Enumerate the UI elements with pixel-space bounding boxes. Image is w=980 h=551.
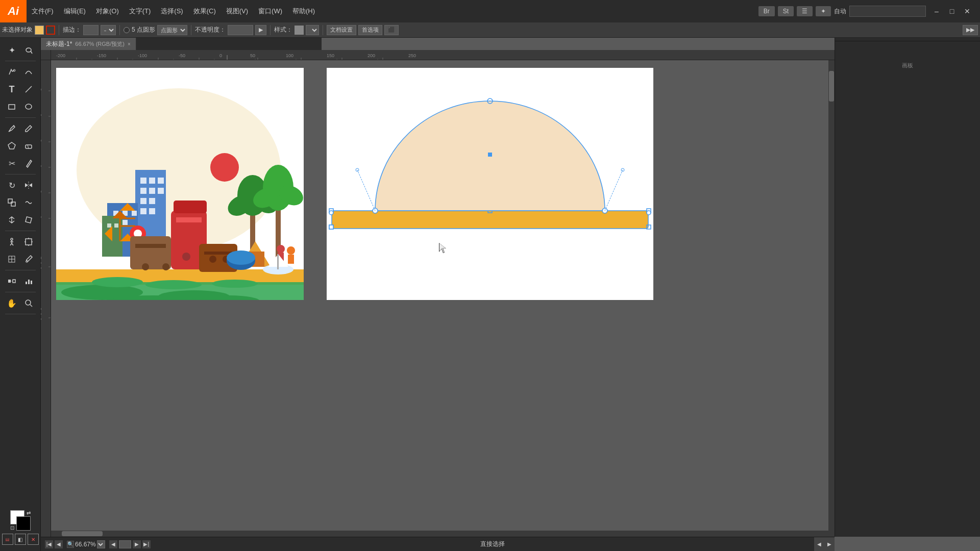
stroke-color-swatch[interactable] [46, 26, 55, 35]
style-select[interactable] [306, 25, 319, 35]
svg-text:0: 0 [41, 262, 42, 264]
menu-items: 文件(F) 编辑(E) 对象(O) 文字(T) 选择(S) 效果(C) 视图(V… [27, 0, 320, 22]
tool-row-scissors: ✂ [4, 155, 37, 171]
zoom-select[interactable]: ▾ [97, 540, 105, 548]
canvas-prev-button[interactable]: ◀ [814, 537, 824, 552]
menu-edit[interactable]: 编辑(E) [59, 0, 91, 22]
default-colors-icon[interactable]: ⊡ [10, 525, 14, 531]
rotate-tool[interactable]: ↻ [4, 177, 20, 193]
first-page-button[interactable]: |◀ [45, 540, 53, 548]
menu-select[interactable]: 选择(S) [156, 0, 188, 22]
shaper-tool[interactable] [4, 138, 20, 154]
gradient-fill-button[interactable]: ◧ [15, 534, 26, 545]
zoom-tool[interactable] [20, 295, 37, 311]
lasso-tool[interactable] [20, 42, 37, 58]
opacity-triangle-btn[interactable]: ▶ [255, 25, 266, 35]
close-button[interactable]: ✕ [960, 4, 975, 19]
point-select[interactable]: 点圆形 [157, 25, 187, 35]
stroke-width-input[interactable] [83, 25, 99, 35]
no-selection-label: 未选择对象 [2, 26, 33, 34]
swap-colors-icon[interactable]: ⇄ [27, 510, 31, 516]
point-color-swatch[interactable] [124, 27, 130, 33]
document-tab[interactable]: 未标题-1* 66.67% (RGB/预览) × [41, 38, 136, 50]
vertical-scroll-thumb[interactable] [829, 71, 834, 102]
pen-tool[interactable] [4, 64, 20, 80]
search-input[interactable] [849, 6, 926, 17]
maximize-button[interactable]: □ [944, 4, 960, 19]
magic-button[interactable]: ✦ [816, 6, 831, 16]
menu-view[interactable]: 视图(V) [221, 0, 253, 22]
zoom-icon: 🔍 [67, 541, 74, 548]
bg-color-swatch[interactable] [16, 516, 31, 531]
blend-tool[interactable] [4, 273, 20, 289]
menu-help[interactable]: 帮助(H) [287, 0, 320, 22]
menu-object[interactable]: 对象(O) [91, 0, 124, 22]
rect-tool[interactable] [4, 98, 20, 115]
eraser-tool[interactable] [20, 138, 37, 154]
menu-text[interactable]: 文字(T) [124, 0, 156, 22]
scissors-tool[interactable]: ✂ [4, 155, 20, 171]
knife-tool[interactable] [20, 155, 37, 171]
reflect-tool[interactable] [20, 177, 37, 193]
panel-toggle-btn[interactable]: ▶▶ [963, 25, 978, 35]
svg-text:-200: -200 [56, 53, 65, 58]
canvas-area[interactable]: -200 -150 -100 -50 0 50 100 150 200 250 [41, 50, 835, 537]
bridge-button[interactable]: Br [758, 6, 775, 16]
minimize-button[interactable]: – [929, 4, 944, 19]
stroke-style-select[interactable]: — [101, 25, 116, 35]
stock-button[interactable]: St [778, 6, 794, 16]
last-artboard-button[interactable]: ▶| [142, 540, 151, 548]
eyedropper-tool[interactable] [20, 251, 37, 267]
style-swatch[interactable] [295, 26, 304, 35]
svg-point-151 [287, 246, 295, 255]
svg-text:0: 0 [41, 216, 42, 218]
horizontal-scrollbar[interactable] [51, 531, 828, 537]
artboard-left [56, 68, 304, 300]
slice-tool[interactable] [4, 251, 20, 267]
curvature-tool[interactable] [20, 64, 37, 80]
menu-effect[interactable]: 效果(C) [188, 0, 221, 22]
svg-line-17 [12, 243, 13, 245]
horizontal-scroll-thumb[interactable] [62, 531, 103, 536]
svg-rect-138 [174, 201, 207, 213]
separator-4 [5, 231, 36, 231]
svg-point-0 [26, 48, 31, 52]
prev-page-button[interactable]: ◀ [55, 540, 63, 548]
arrange-button[interactable]: ⬛ [384, 25, 399, 35]
warp-tool[interactable] [20, 194, 37, 211]
free-transform-tool[interactable] [20, 212, 37, 228]
vertical-scrollbar[interactable] [828, 60, 835, 527]
divider-4 [270, 25, 271, 35]
page-input[interactable]: 1 [119, 540, 131, 548]
workspace-button[interactable]: ☰ [797, 6, 813, 16]
text-tool[interactable]: T [4, 81, 20, 97]
artboard-tool[interactable] [20, 234, 37, 250]
none-fill-button[interactable]: □ [2, 534, 13, 545]
chart-tool[interactable] [20, 273, 37, 289]
ellipse-tool[interactable] [20, 98, 37, 115]
canvas-next-button[interactable]: ▶ [824, 537, 835, 552]
pencil-tool[interactable] [20, 120, 37, 137]
svg-rect-32 [31, 281, 32, 284]
svg-rect-11 [11, 202, 15, 206]
doc-settings-button[interactable]: 文档设置 [327, 25, 356, 35]
window-controls: – □ ✕ [929, 4, 975, 19]
puppet-tool[interactable] [4, 234, 20, 250]
hand-tool[interactable]: ✋ [4, 295, 20, 311]
svg-point-142 [162, 263, 169, 270]
menu-file[interactable]: 文件(F) [27, 0, 59, 22]
opacity-input[interactable]: 100% [228, 25, 253, 35]
tab-close-icon[interactable]: × [128, 41, 131, 47]
paintbrush-tool[interactable] [4, 120, 20, 137]
fill-color-swatch[interactable] [35, 26, 44, 35]
menu-window[interactable]: 窗口(W) [253, 0, 287, 22]
prev-artboard-button[interactable]: ◀ [109, 540, 117, 548]
width-tool[interactable] [4, 212, 20, 228]
prefs-button[interactable]: 首选项 [358, 25, 382, 35]
scale-tool[interactable] [4, 194, 20, 211]
pattern-fill-button[interactable]: ✕ [28, 534, 39, 545]
line-tool[interactable] [20, 81, 37, 97]
svg-rect-108 [132, 211, 137, 216]
next-artboard-button[interactable]: ▶ [133, 540, 141, 548]
magic-wand-tool[interactable]: ✦ [4, 42, 20, 58]
